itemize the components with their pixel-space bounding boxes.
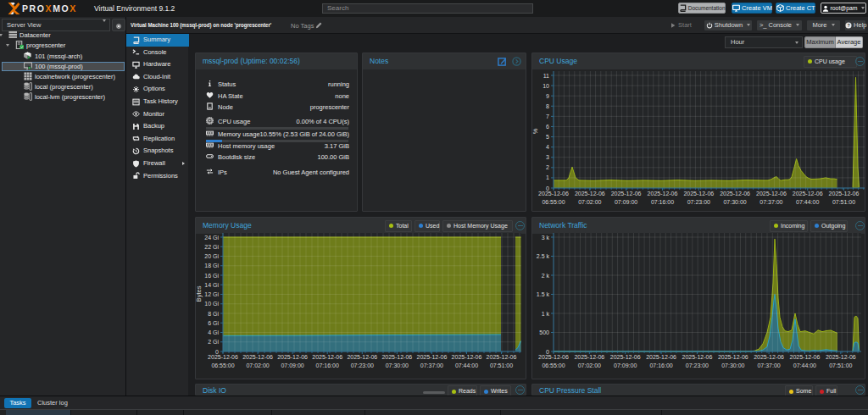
svg-text:24 Gi: 24 Gi: [204, 235, 219, 241]
svg-text:0: 0: [215, 349, 219, 355]
svg-text:2025-12-06: 2025-12-06: [754, 354, 784, 360]
svg-text:2025-12-06: 2025-12-06: [538, 191, 569, 196]
svg-text:8 Gi: 8 Gi: [208, 311, 219, 317]
svg-text:07:44:00: 07:44:00: [796, 199, 819, 205]
svg-text:500: 500: [539, 329, 549, 335]
svg-text:0: 0: [546, 185, 549, 191]
svg-text:2025-12-06: 2025-12-06: [575, 191, 605, 196]
svg-text:07:09:00: 07:09:00: [281, 362, 303, 368]
svg-text:2025-12-06: 2025-12-06: [487, 354, 517, 360]
svg-text:07:16:00: 07:16:00: [316, 362, 339, 368]
svg-text:07:44:00: 07:44:00: [455, 362, 478, 368]
svg-text:07:51:00: 07:51:00: [490, 362, 513, 368]
svg-text:%: %: [531, 128, 539, 134]
svg-text:07:16:00: 07:16:00: [651, 199, 674, 205]
svg-text:07:16:00: 07:16:00: [649, 362, 672, 368]
svg-text:2 k: 2 k: [542, 273, 550, 279]
svg-text:9: 9: [546, 93, 549, 99]
svg-text:1 k: 1 k: [542, 311, 550, 317]
svg-text:2025-12-06: 2025-12-06: [682, 354, 712, 360]
svg-text:06:55:00: 06:55:00: [211, 362, 234, 368]
svg-text:06:55:00: 06:55:00: [542, 362, 565, 368]
svg-text:2 Gi: 2 Gi: [208, 339, 219, 345]
svg-text:3 k: 3 k: [542, 235, 550, 241]
svg-text:06:55:00: 06:55:00: [542, 199, 565, 205]
svg-text:?: ?: [847, 22, 849, 27]
svg-text:07:23:00: 07:23:00: [687, 199, 710, 205]
svg-text:5: 5: [546, 134, 549, 140]
svg-text:07:51:00: 07:51:00: [832, 199, 855, 205]
svg-text:2025-12-06: 2025-12-06: [826, 354, 856, 360]
svg-text:07:02:00: 07:02:00: [246, 362, 269, 368]
svg-text:07:30:00: 07:30:00: [723, 199, 746, 205]
svg-text:2025-12-06: 2025-12-06: [347, 354, 377, 360]
svg-text:07:37:00: 07:37:00: [760, 199, 782, 205]
svg-text:2025-12-06: 2025-12-06: [718, 354, 748, 360]
svg-text:2025-12-06: 2025-12-06: [793, 191, 823, 196]
svg-text:6: 6: [546, 124, 549, 130]
svg-text:07:30:00: 07:30:00: [721, 362, 744, 368]
svg-text:07:23:00: 07:23:00: [686, 362, 709, 368]
svg-text:2025-12-06: 2025-12-06: [208, 354, 238, 360]
svg-text:07:09:00: 07:09:00: [615, 199, 637, 205]
svg-text:2025-12-06: 2025-12-06: [452, 354, 482, 360]
svg-text:2025-12-06: 2025-12-06: [242, 354, 273, 360]
svg-text:11: 11: [543, 73, 549, 79]
svg-text:2025-12-06: 2025-12-06: [610, 354, 641, 360]
svg-text:07:23:00: 07:23:00: [351, 362, 374, 368]
svg-text:07:02:00: 07:02:00: [578, 362, 601, 368]
svg-text:10 Gi: 10 Gi: [204, 301, 219, 307]
svg-text:22 Gi: 22 Gi: [204, 244, 219, 250]
svg-text:2025-12-06: 2025-12-06: [720, 191, 750, 196]
svg-text:6 Gi: 6 Gi: [208, 320, 219, 326]
svg-text:07:37:00: 07:37:00: [757, 362, 780, 368]
svg-text:12 Gi: 12 Gi: [204, 291, 219, 297]
svg-text:07:51:00: 07:51:00: [829, 362, 852, 368]
svg-text:14 Gi: 14 Gi: [204, 282, 219, 288]
svg-text:2025-12-06: 2025-12-06: [611, 191, 642, 196]
svg-text:2025-12-06: 2025-12-06: [648, 191, 678, 196]
svg-text:1.5 k: 1.5 k: [537, 291, 550, 297]
svg-text:20 Gi: 20 Gi: [204, 253, 219, 259]
svg-text:07:30:00: 07:30:00: [386, 362, 409, 368]
svg-text:18 Gi: 18 Gi: [204, 263, 219, 268]
svg-text:Bytes: Bytes: [195, 285, 203, 302]
svg-text:07:37:00: 07:37:00: [420, 362, 443, 368]
svg-text:7: 7: [546, 113, 549, 119]
svg-text:8: 8: [546, 103, 549, 109]
svg-text:07:09:00: 07:09:00: [614, 362, 637, 368]
svg-text:2025-12-06: 2025-12-06: [683, 191, 714, 196]
svg-text:4 Gi: 4 Gi: [208, 329, 219, 335]
svg-text:16 Gi: 16 Gi: [204, 273, 219, 279]
svg-text:2025-12-06: 2025-12-06: [789, 354, 820, 360]
svg-text:2.5 k: 2.5 k: [537, 253, 550, 259]
svg-text:07:44:00: 07:44:00: [793, 362, 816, 368]
svg-text:2025-12-06: 2025-12-06: [756, 191, 787, 196]
svg-text:07:02:00: 07:02:00: [578, 199, 601, 205]
svg-text:2025-12-06: 2025-12-06: [829, 191, 860, 196]
svg-text:2025-12-06: 2025-12-06: [277, 354, 308, 360]
svg-text:4: 4: [546, 144, 549, 150]
svg-text:2025-12-06: 2025-12-06: [312, 354, 342, 360]
svg-text:10: 10: [542, 83, 549, 89]
svg-text:2025-12-06: 2025-12-06: [646, 354, 676, 360]
svg-text:2: 2: [546, 164, 549, 170]
svg-text:1: 1: [546, 174, 549, 180]
svg-text:2025-12-06: 2025-12-06: [538, 354, 569, 360]
svg-text:2025-12-06: 2025-12-06: [574, 354, 604, 360]
svg-text:3: 3: [546, 154, 549, 160]
svg-text:0: 0: [546, 349, 549, 355]
svg-text:2025-12-06: 2025-12-06: [381, 354, 412, 360]
svg-text:2025-12-06: 2025-12-06: [416, 354, 447, 360]
